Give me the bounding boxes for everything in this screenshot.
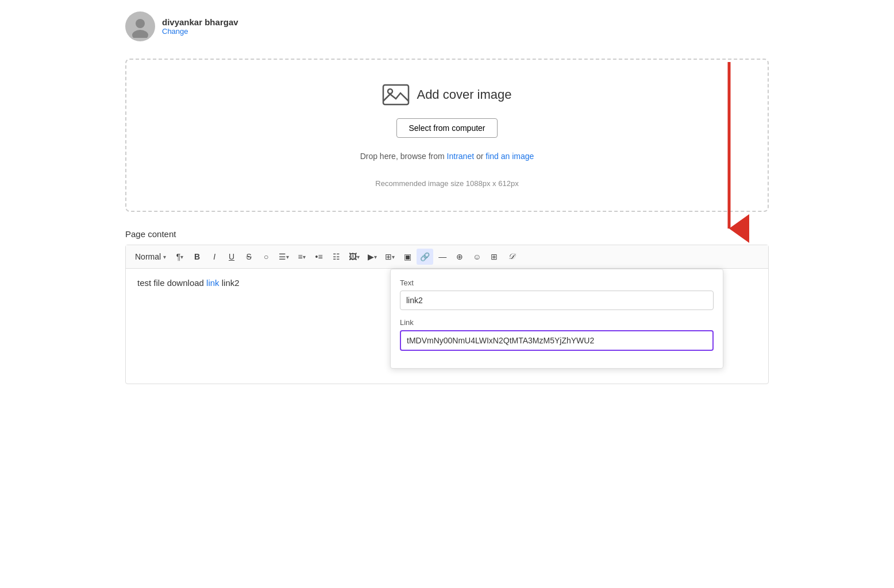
- table-button[interactable]: ⊞ ▾: [382, 249, 398, 265]
- editor-container: Normal ▾ ¶ ▾ B I U: [125, 245, 769, 384]
- highlight-button[interactable]: ○: [258, 249, 274, 265]
- strikethrough-button[interactable]: S: [241, 249, 257, 265]
- align-icon: ☰: [279, 252, 286, 261]
- embed-icon: ⊕: [456, 252, 463, 261]
- recommended-text: Recommended image size 1088px x 612px: [138, 179, 756, 188]
- chevron-down-icon4: ▾: [303, 254, 306, 260]
- svg-rect-2: [383, 85, 409, 105]
- bullet-list-icon: •≡: [315, 252, 323, 261]
- highlight-icon: ○: [264, 252, 268, 261]
- chevron-down-icon: ▾: [163, 254, 166, 260]
- link-popup: Text Link: [390, 269, 723, 369]
- indent-button[interactable]: ≡ ▾: [294, 249, 310, 265]
- cover-image-title-text: Add cover image: [417, 87, 511, 102]
- code-button[interactable]: ⊞: [486, 249, 502, 265]
- chevron-down-icon2: ▾: [180, 254, 183, 260]
- clear-formatting-button[interactable]: 𝒟: [503, 249, 519, 265]
- svg-point-0: [136, 19, 145, 28]
- image-insert-button[interactable]: 🖼 ▾: [345, 249, 363, 265]
- editor-link[interactable]: link: [206, 278, 219, 288]
- chevron-down-icon5: ▾: [357, 254, 360, 260]
- chevron-down-icon3: ▾: [286, 254, 289, 260]
- emoji-button[interactable]: ☺: [469, 249, 485, 265]
- editor-outer-wrapper: Normal ▾ ¶ ▾ B I U: [125, 245, 769, 384]
- link-icon: 🔗: [420, 252, 430, 261]
- drop-text: Drop here, browse from Intranet or find …: [138, 152, 756, 161]
- bold-button[interactable]: B: [189, 249, 205, 265]
- editor-toolbar: Normal ▾ ¶ ▾ B I U: [126, 245, 768, 269]
- cover-image-title-row: Add cover image: [138, 83, 756, 107]
- link-label: Link: [400, 318, 714, 327]
- chevron-down-icon6: ▾: [374, 254, 377, 260]
- drop-text-prefix: Drop here, browse from: [360, 152, 447, 161]
- bullet-list-button[interactable]: •≡: [311, 249, 327, 265]
- drop-text-middle: or: [474, 152, 485, 161]
- emoji-icon: ☺: [473, 252, 481, 261]
- user-name: divyankar bhargav: [162, 17, 238, 27]
- svg-point-1: [132, 30, 148, 38]
- desktop-icon: ▣: [404, 252, 411, 261]
- text-label: Text: [400, 278, 714, 287]
- page-content-label: Page content: [125, 229, 769, 239]
- editor-body[interactable]: test file download link link2 Text Link: [126, 269, 768, 384]
- link-button[interactable]: 🔗: [417, 249, 433, 265]
- table-icon: ⊞: [385, 252, 392, 261]
- numbered-list-icon: ☷: [333, 252, 340, 261]
- italic-button[interactable]: I: [206, 249, 222, 265]
- link-url-input[interactable]: [400, 330, 714, 351]
- image-icon: [382, 83, 410, 107]
- hr-button[interactable]: —: [434, 249, 450, 265]
- user-section: divyankar bhargav Change: [125, 11, 769, 41]
- find-image-link[interactable]: find an image: [485, 152, 534, 161]
- cover-image-area: Add cover image Select from computer Dro…: [125, 59, 769, 212]
- editor-text-prefix: test file download: [137, 278, 206, 288]
- align-button[interactable]: ☰ ▾: [275, 249, 292, 265]
- bold-icon: B: [194, 252, 200, 261]
- intranet-link[interactable]: Intranet: [447, 152, 474, 161]
- image-insert-icon: 🖼: [349, 252, 357, 261]
- underline-button[interactable]: U: [223, 249, 240, 265]
- select-from-computer-button[interactable]: Select from computer: [396, 118, 497, 138]
- italic-icon: I: [213, 252, 215, 261]
- paragraph-icon: ¶: [176, 252, 181, 261]
- style-dropdown-label: Normal: [135, 252, 161, 261]
- user-info: divyankar bhargav Change: [162, 17, 238, 36]
- paragraph-button[interactable]: ¶ ▾: [172, 249, 188, 265]
- indent-icon: ≡: [298, 252, 303, 261]
- code-icon: ⊞: [491, 252, 498, 261]
- change-link[interactable]: Change: [162, 27, 238, 36]
- embed-button[interactable]: ⊕: [452, 249, 468, 265]
- desktop-button[interactable]: ▣: [399, 249, 415, 265]
- link-text-input[interactable]: [400, 291, 714, 310]
- avatar: [125, 11, 155, 41]
- video-button[interactable]: ▶ ▾: [364, 249, 380, 265]
- editor-text2: link2: [219, 278, 240, 288]
- svg-point-3: [388, 89, 392, 94]
- numbered-list-button[interactable]: ☷: [328, 249, 344, 265]
- hr-icon: —: [438, 252, 446, 261]
- style-dropdown[interactable]: Normal ▾: [130, 250, 171, 264]
- strikethrough-icon: S: [246, 252, 251, 261]
- video-icon: ▶: [368, 252, 374, 261]
- chevron-down-icon7: ▾: [392, 254, 395, 260]
- clear-icon: 𝒟: [508, 252, 515, 261]
- underline-icon: U: [229, 252, 234, 261]
